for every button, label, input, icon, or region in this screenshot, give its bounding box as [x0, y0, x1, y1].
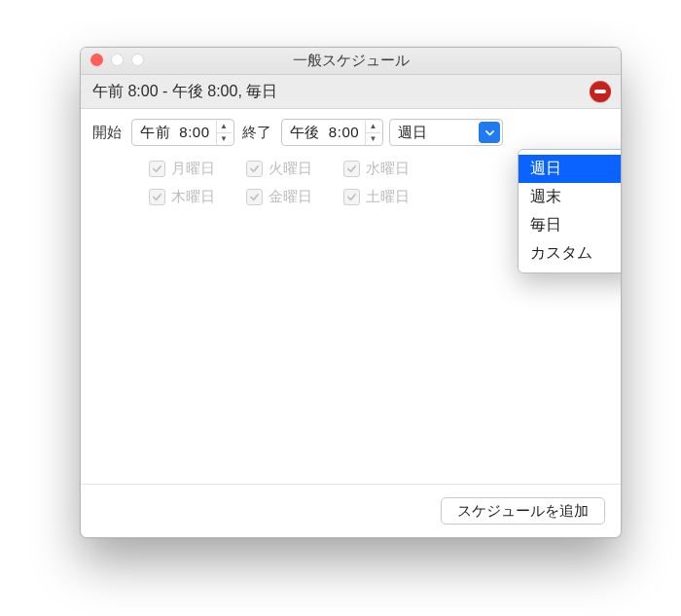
day-label: 土曜日: [366, 188, 410, 206]
titlebar: 一般スケジュール: [81, 48, 621, 75]
repeat-combo-value: 週日: [398, 124, 427, 142]
minimize-window-button[interactable]: [111, 54, 124, 66]
repeat-menu-item[interactable]: 毎日: [519, 211, 622, 239]
schedule-summary-row: 午前 8:00 - 午後 8:00, 毎日: [81, 75, 621, 109]
checkbox-icon: [246, 161, 263, 177]
end-time-value: 午後 8:00: [290, 124, 360, 142]
checkbox-icon: [149, 189, 165, 205]
day-label: 金曜日: [269, 188, 312, 206]
add-schedule-button[interactable]: スケジュールを追加: [441, 497, 605, 525]
checkbox-icon: [246, 189, 263, 205]
end-time-field[interactable]: 午後 8:00 ▲ ▼: [281, 119, 384, 146]
repeat-combo-open-button[interactable]: [479, 122, 500, 143]
start-label: 開始: [92, 124, 122, 142]
schedule-summary-text: 午前 8:00 - 午後 8:00, 毎日: [92, 82, 277, 102]
delete-schedule-button[interactable]: [590, 81, 611, 102]
end-time-step-down[interactable]: ▼: [366, 133, 380, 145]
day-label: 水曜日: [366, 160, 410, 178]
day-checkbox[interactable]: 月曜日: [149, 160, 246, 178]
zoom-window-button[interactable]: [131, 54, 144, 66]
start-time-step-down[interactable]: ▼: [217, 133, 232, 145]
chevron-down-icon: [484, 127, 495, 138]
day-checkbox[interactable]: 水曜日: [343, 160, 441, 178]
day-checkbox[interactable]: 木曜日: [149, 188, 246, 206]
day-checkbox[interactable]: 金曜日: [246, 188, 343, 206]
end-time-step-up[interactable]: ▲: [366, 121, 380, 133]
repeat-menu-item[interactable]: カスタム: [519, 239, 622, 268]
end-label: 終了: [242, 124, 271, 142]
start-time-field[interactable]: 午前 8:00 ▲ ▼: [131, 119, 234, 146]
start-time-value: 午前 8:00: [140, 124, 210, 142]
repeat-combo[interactable]: 週日: [389, 119, 503, 146]
traffic-lights: [90, 54, 144, 66]
day-label: 火曜日: [269, 160, 312, 178]
repeat-menu-item[interactable]: 週末: [519, 183, 622, 211]
start-time-stepper: ▲ ▼: [216, 121, 232, 145]
footer: スケジュールを追加: [81, 484, 621, 537]
checkbox-icon: [343, 161, 360, 177]
day-checkbox[interactable]: 火曜日: [246, 160, 343, 178]
repeat-menu-item[interactable]: 週日: [519, 155, 622, 183]
repeat-combo-menu: 週日週末毎日カスタム: [518, 149, 622, 273]
day-checkbox[interactable]: 土曜日: [343, 188, 441, 206]
checkbox-icon: [343, 189, 360, 205]
window-title: 一般スケジュール: [293, 52, 410, 70]
checkbox-icon: [149, 161, 165, 177]
time-row: 開始 午前 8:00 ▲ ▼ 終了 午後 8:00 ▲ ▼ 週日: [92, 119, 609, 146]
close-window-button[interactable]: [90, 54, 103, 66]
day-label: 木曜日: [171, 188, 215, 206]
minus-icon: [594, 90, 606, 93]
window-frame: 一般スケジュール 午前 8:00 - 午後 8:00, 毎日 開始 午前 8:0…: [80, 47, 622, 538]
start-time-step-up[interactable]: ▲: [217, 121, 232, 133]
day-label: 月曜日: [171, 160, 215, 178]
end-time-stepper: ▲ ▼: [365, 121, 380, 145]
